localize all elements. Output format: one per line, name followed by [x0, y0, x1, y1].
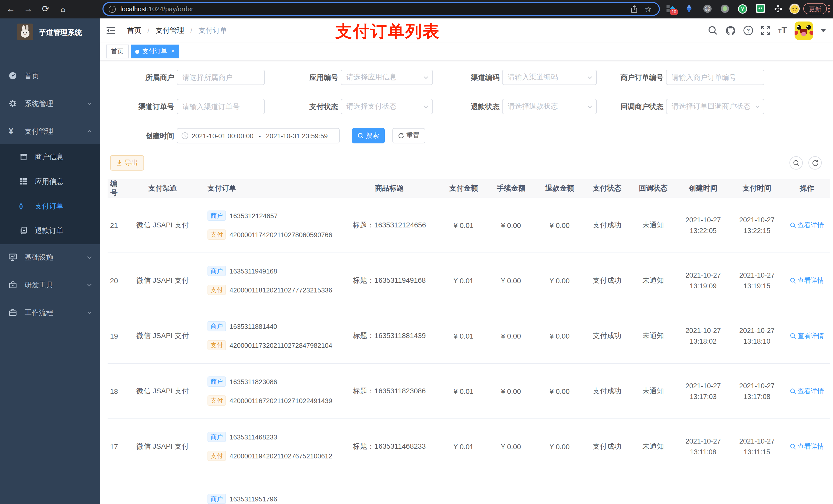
- refund-status-select[interactable]: 请选择退款状态: [502, 99, 597, 114]
- pay-order-icon: ¥: [20, 203, 23, 210]
- create-time-range-picker[interactable]: 2021-10-01 00:00:00 - 2021-10-31 23:59:5…: [177, 128, 340, 143]
- cell-status: 支付成功: [584, 308, 630, 363]
- extension-grid-icon[interactable]: 10: [666, 4, 676, 14]
- order-number: 1635311881440: [230, 322, 277, 330]
- sidebar-fold-icon[interactable]: [106, 26, 116, 35]
- cell-notify: 未通知: [630, 364, 676, 418]
- site-info-icon[interactable]: i: [109, 5, 116, 13]
- col-amount: 支付金额: [441, 179, 487, 198]
- refresh-icon: [398, 133, 404, 139]
- browser-menu-icon[interactable]: •••: [827, 4, 831, 13]
- cell-actions: 查看详情: [784, 308, 830, 363]
- sidebar-item-devtools[interactable]: 研发工具: [0, 272, 100, 297]
- help-icon[interactable]: ?: [743, 26, 753, 35]
- tab-close-icon[interactable]: ×: [171, 45, 175, 58]
- sidebar-item-payment[interactable]: ¥ 支付管理: [0, 118, 100, 144]
- sidebar-item-infra[interactable]: 基础设施: [0, 244, 100, 270]
- extension-pin-icon[interactable]: [685, 4, 695, 14]
- browser-back-icon[interactable]: ←: [4, 3, 18, 16]
- merchant-select[interactable]: [177, 70, 265, 85]
- tags-view-bar: 首页 支付订单 ×: [100, 43, 833, 61]
- toggle-search-button[interactable]: [789, 156, 803, 170]
- github-icon[interactable]: [725, 25, 736, 35]
- browser-chrome: ← → ⟳ ⌂ i localhost:1024/pay/order ☆ 10 …: [0, 0, 833, 19]
- tab-pay-order[interactable]: 支付订单 ×: [130, 45, 179, 58]
- cell-pay-order: 商户1635311949168支付42000011812021102777232…: [205, 253, 338, 308]
- order-number: 1635311823086: [230, 378, 277, 385]
- export-button[interactable]: 导出: [110, 155, 144, 171]
- bookmark-star-icon[interactable]: ☆: [645, 5, 652, 13]
- extension-command-icon[interactable]: ⌘: [703, 4, 713, 14]
- app-logo[interactable]: 芋道管理系统: [0, 22, 100, 44]
- merchant-order-no-input[interactable]: [666, 70, 764, 85]
- browser-reload-icon[interactable]: ⟳: [39, 3, 52, 16]
- view-detail-link[interactable]: 查看详情: [790, 331, 824, 340]
- order-number: 4200001173202110272847982104: [230, 341, 332, 349]
- breadcrumb-home[interactable]: 首页: [127, 26, 141, 34]
- order-no-line: 商户1635311949168: [208, 266, 332, 276]
- browser-update-button[interactable]: 更新: [803, 3, 827, 14]
- font-size-icon[interactable]: TT: [778, 26, 787, 35]
- user-avatar[interactable]: [794, 21, 813, 40]
- chevron-down-icon: [87, 283, 92, 287]
- refresh-icon: [812, 160, 818, 166]
- sidebar-item-home[interactable]: 首页: [0, 63, 100, 89]
- cell-notify: 未通知: [630, 253, 676, 308]
- header-search-icon[interactable]: [708, 26, 718, 35]
- col-pay-order: 支付订单: [205, 179, 338, 198]
- order-no-line: 商户1635311951796: [208, 494, 277, 504]
- col-actions: 操作: [784, 179, 830, 198]
- sidebar-item-refund-order[interactable]: 退款订单: [0, 218, 100, 243]
- pay-tag: 支付: [208, 230, 226, 240]
- order-number: 1635311468233: [230, 433, 277, 441]
- reset-button[interactable]: 重置: [392, 128, 425, 143]
- view-detail-link[interactable]: 查看详情: [790, 386, 824, 396]
- view-detail-link[interactable]: 查看详情: [790, 220, 824, 230]
- extension-chat-icon[interactable]: [756, 4, 766, 14]
- channel-order-no-input[interactable]: [177, 99, 265, 114]
- yen-icon: ¥: [9, 127, 17, 135]
- breadcrumb-payment[interactable]: 支付管理: [156, 26, 184, 34]
- cell-channel: 微信 JSAPI 支付: [120, 308, 205, 363]
- app-root: ← → ⟳ ⌂ i localhost:1024/pay/order ☆ 10 …: [0, 0, 833, 504]
- tab-home[interactable]: 首页: [106, 45, 128, 58]
- app-select[interactable]: 请选择应用信息: [341, 70, 433, 85]
- payment-submenu: 商户信息 应用信息 ¥ 支付订单: [0, 144, 100, 244]
- sidebar-item-pay-order[interactable]: ¥ 支付订单: [0, 194, 100, 218]
- extension-dot-icon[interactable]: [720, 4, 731, 14]
- cell-created: 2021-10-2713:22:05: [676, 198, 730, 253]
- pay-status-select[interactable]: 请选择支付状态: [341, 99, 433, 114]
- col-status: 支付状态: [584, 179, 630, 198]
- extension-y-icon[interactable]: Y: [738, 4, 748, 14]
- cell-status: 支付成功: [584, 198, 630, 253]
- date-start: 2021-10-01 00:00:00: [192, 132, 253, 140]
- address-bar[interactable]: i localhost:1024/pay/order ☆: [102, 2, 660, 16]
- app-title: 芋道管理系统: [39, 28, 82, 38]
- table-row: 17微信 JSAPI 支付商户1635311468233支付4200001194…: [108, 419, 830, 474]
- documents-icon: [20, 226, 28, 235]
- refresh-table-button[interactable]: [808, 156, 822, 170]
- chevron-up-icon: [87, 129, 92, 134]
- view-detail-link[interactable]: 查看详情: [790, 442, 824, 451]
- browser-forward-icon[interactable]: →: [22, 3, 35, 16]
- pay-tag: 支付: [208, 285, 226, 295]
- filter-label-create-time: 创建时间: [97, 128, 174, 143]
- cell-status: 支付成功: [584, 419, 630, 474]
- cell-title: 标题：1635311881439: [338, 308, 441, 363]
- extensions-puzzle-icon[interactable]: [774, 4, 784, 14]
- fullscreen-icon[interactable]: [761, 26, 770, 35]
- search-button[interactable]: 搜索: [352, 128, 385, 143]
- col-title: 商品标题: [338, 179, 441, 198]
- sidebar-item-app-info[interactable]: 应用信息: [0, 169, 100, 194]
- view-detail-link[interactable]: 查看详情: [790, 276, 824, 285]
- sidebar-item-merchant-info[interactable]: 商户信息: [0, 144, 100, 169]
- notify-status-select[interactable]: 请选择订单回调商户状态: [666, 99, 764, 114]
- browser-home-icon[interactable]: ⌂: [56, 3, 70, 16]
- channel-code-select[interactable]: 请输入渠道编码: [502, 70, 597, 85]
- sidebar-item-system[interactable]: 系统管理: [0, 91, 100, 116]
- avatar-dropdown-icon[interactable]: [821, 29, 826, 32]
- sidebar-item-workflow[interactable]: 工作流程: [0, 299, 100, 325]
- profile-avatar-icon[interactable]: [789, 3, 799, 13]
- share-icon[interactable]: [630, 5, 638, 13]
- cell-actions: 查看详情: [784, 253, 830, 308]
